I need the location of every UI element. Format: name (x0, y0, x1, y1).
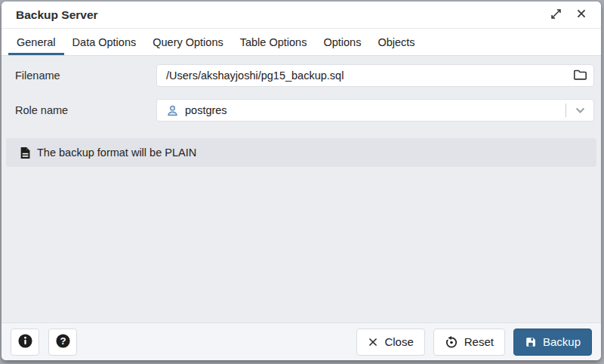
reset-icon (445, 335, 458, 349)
close-dialog-button[interactable] (576, 8, 587, 21)
close-x-icon (368, 337, 378, 347)
role-select[interactable]: postgres (156, 99, 594, 122)
svg-text:?: ? (60, 335, 66, 346)
tab-options[interactable]: Options (315, 29, 369, 55)
close-icon (576, 8, 587, 21)
dialog-title: Backup Server (16, 8, 536, 22)
role-selected-value: postgres (185, 104, 565, 116)
folder-icon (573, 68, 587, 83)
chevron-down-icon[interactable] (566, 107, 593, 114)
notice-text: The backup format will be PLAIN (37, 147, 196, 159)
backup-button-label: Backup (543, 335, 581, 348)
close-button-label: Close (384, 335, 413, 348)
backup-format-notice: The backup format will be PLAIN (6, 138, 596, 167)
filename-input[interactable] (157, 65, 566, 86)
reset-button[interactable]: Reset (433, 329, 505, 356)
backup-button[interactable]: Backup (513, 329, 592, 356)
sql-info-button[interactable] (11, 329, 39, 356)
dialog-tabs: General Data Options Query Options Table… (2, 29, 601, 56)
filename-control (156, 64, 594, 87)
tab-query-options[interactable]: Query Options (144, 29, 232, 55)
tab-general[interactable]: General (8, 29, 64, 55)
close-button[interactable]: Close (356, 329, 424, 356)
role-label: Role name (2, 104, 156, 116)
help-button[interactable]: ? (48, 329, 77, 356)
expand-icon (550, 8, 562, 22)
browse-file-button[interactable] (566, 65, 593, 86)
filename-row: Filename (2, 64, 601, 87)
save-icon (525, 336, 537, 348)
dialog-titlebar: Backup Server (2, 2, 601, 29)
tab-data-options[interactable]: Data Options (64, 29, 145, 55)
backup-server-dialog: Backup Server General Data Options Query… (2, 2, 601, 360)
user-icon (166, 104, 179, 117)
maximize-button[interactable] (550, 8, 562, 22)
role-row: Role name postgres (2, 99, 601, 122)
general-tab-panel: Filename Role name (2, 56, 601, 322)
dialog-footer: ? Close Reset (2, 322, 601, 360)
file-icon (20, 147, 31, 159)
info-icon (17, 333, 33, 351)
question-icon: ? (55, 333, 71, 351)
filename-label: Filename (2, 69, 156, 82)
tab-objects[interactable]: Objects (369, 29, 423, 55)
tab-table-options[interactable]: Table Options (232, 29, 316, 55)
reset-button-label: Reset (464, 335, 494, 348)
